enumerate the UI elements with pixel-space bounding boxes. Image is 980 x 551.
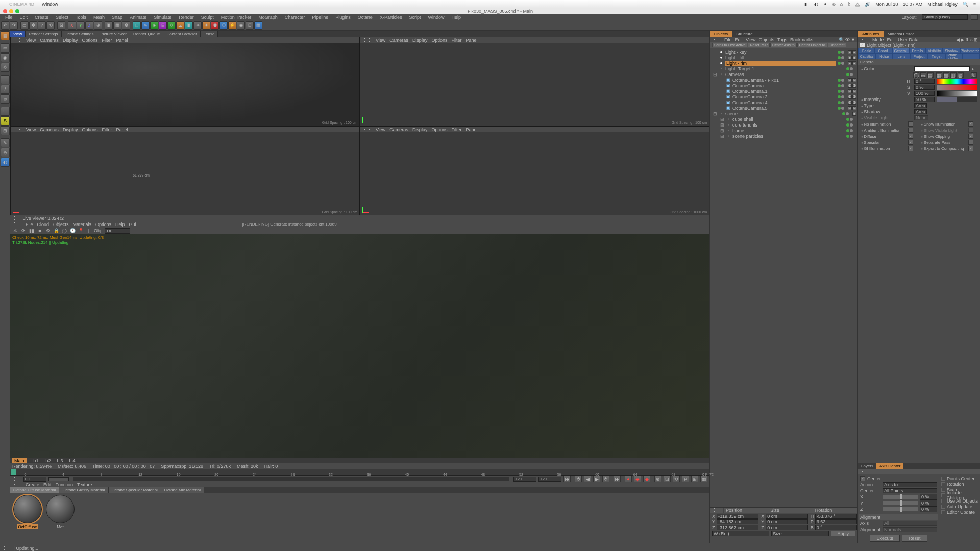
object-tag[interactable]: ⦿ [848,78,852,82]
grip-icon[interactable]: ⋮⋮ [712,37,721,42]
expand-toggle[interactable]: ⊞ [720,117,724,122]
mat-tab[interactable]: Octane Glossy Material [59,487,108,493]
layout-config-button[interactable] [971,14,978,20]
object-mode[interactable]: ◉ [1,53,10,62]
vp-menu-display[interactable]: Display [63,127,78,132]
obj-tool-button[interactable]: Scroll to First Active [712,43,747,47]
gear-icon[interactable]: ✲ [12,228,18,234]
menu-x-particles[interactable]: X-Particles [377,15,405,20]
object-name[interactable]: cube shell [732,117,845,122]
visibility-dot[interactable] [846,67,849,70]
size-input[interactable]: 0 cm [766,519,807,524]
attr-menu-mode[interactable]: Mode [872,37,884,42]
lv-menu-file[interactable]: File [26,222,33,227]
grip-icon[interactable]: ⋮⋮ [12,222,21,227]
menubar-icon[interactable]: ≡ [973,2,976,7]
app-menu[interactable]: CINEMA 4D [9,2,34,7]
picker-button[interactable]: ▩ [943,72,949,78]
visibility-dot[interactable] [850,129,853,132]
visibility-dot[interactable] [841,56,844,59]
select-tool[interactable]: ▭ [20,21,29,30]
value-slider[interactable] [937,97,977,102]
tool-button[interactable]: ⬢ [211,21,219,30]
clock-icon[interactable]: 🕐 [69,228,76,234]
vp-menu-cameras[interactable]: Cameras [389,38,408,43]
tree-item[interactable]: ⊞◦scene particles [711,133,856,139]
grip-icon[interactable]: ⋮⋮ [12,482,21,487]
menu-mograph[interactable]: MoGraph [255,15,281,20]
object-tag[interactable]: ⦿ [852,101,856,105]
mat-menu-texture[interactable]: Texture [77,482,92,487]
mat-menu-edit[interactable]: Edit [43,482,52,487]
visibility-dot[interactable] [841,79,844,82]
checkbox[interactable] [941,477,945,481]
visibility-dot[interactable] [846,135,849,138]
checkbox[interactable] [908,128,913,133]
visibility-dot[interactable] [838,107,841,110]
menu-pipeline[interactable]: Pipeline [309,15,331,20]
axis-slider[interactable] [883,507,918,511]
attr-tab-basic[interactable]: Basic [858,48,875,54]
vp-menu-filter[interactable]: Filter [451,127,461,132]
object-tag[interactable]: ⦿ [848,106,852,110]
grip-icon[interactable]: ⋮⋮ [13,38,22,43]
tree-item[interactable]: ●Light - rim■■ [711,60,856,66]
checkbox[interactable]: ✓ [908,146,913,151]
attr-tab-project[interactable]: Project [910,54,927,59]
render-settings[interactable]: ⚙ [122,21,130,30]
grip-icon[interactable]: ⋮⋮ [860,469,869,474]
tree-item[interactable]: ⊞◦core tendrils [711,122,856,128]
vp-menu-cameras[interactable]: Cameras [40,127,59,132]
expand-toggle[interactable]: ⊞ [720,134,724,139]
menu-plugins[interactable]: Plugins [332,15,354,20]
layer-label-li2[interactable]: Li2 [45,458,51,463]
visibility-dot[interactable] [850,67,853,70]
visibility-dot[interactable] [838,95,841,98]
vp-menu-filter[interactable]: Filter [102,127,112,132]
scale-tool[interactable]: ⤢ [38,21,46,30]
render-region[interactable]: ▦ [113,21,121,30]
spline-primitive[interactable]: ∿ [141,21,150,30]
menu-select[interactable]: Select [53,15,71,20]
object-name[interactable]: Light_Target.1 [725,66,845,71]
tool-button[interactable]: ⬡ [219,21,228,30]
vp-menu-panel[interactable]: Panel [465,127,477,132]
object-name[interactable]: scene particles [732,134,845,139]
object-tag[interactable]: ⦿ [848,95,852,99]
range-start-input[interactable] [23,477,46,482]
picker-button[interactable]: ▦ [936,72,942,78]
object-name[interactable]: frame [732,128,845,133]
tree-item[interactable]: ▣OctaneCamera⦿⦿ [711,83,856,88]
maximize-window[interactable] [15,9,19,13]
visibility-dot[interactable] [838,62,841,65]
obj-menu-tags[interactable]: Tags [777,37,787,42]
field-input[interactable]: Area [914,103,927,108]
tab-tease[interactable]: Tease [201,31,218,37]
tool-button[interactable]: ▦ [254,21,262,30]
attr-tab-noise[interactable]: Noise [875,54,893,59]
workplane[interactable]: ⊞ [1,126,10,135]
tool-button[interactable]: ⊡ [246,21,254,30]
tool-button[interactable]: ✦ [202,21,210,30]
vp-menu-cameras[interactable]: Cameras [389,127,408,132]
mat-tab[interactable]: Octane Diffuse Material [10,487,59,493]
expand-toggle[interactable]: ⊞ [720,128,724,133]
material-item[interactable]: OctDiffuse [12,495,43,541]
vp-menu-display[interactable]: Display [412,127,428,132]
obj-menu-edit[interactable]: Edit [735,37,743,42]
tool-button[interactable]: ✎ [1,138,10,147]
rotation-input[interactable]: 6.62 ° [815,519,857,524]
object-tag[interactable]: ⦿ [848,101,852,105]
menubar-icon[interactable]: ◧ [804,2,809,7]
eye-icon[interactable]: 👁 [845,37,850,42]
tool-button[interactable]: ⊡ [57,21,65,30]
visibility-dot[interactable] [841,101,844,104]
up-icon[interactable]: ⬆ [965,37,969,42]
panel-grip-icon[interactable]: ⋮⋮ [12,216,21,221]
checkbox[interactable] [968,128,973,133]
field-input[interactable]: 50 % [914,97,935,102]
object-name[interactable]: OctaneCamera.5 [732,106,836,111]
object-name[interactable]: Light - key [725,49,836,55]
viewport-right[interactable]: ⋮⋮ViewCamerasDisplayOptionsFilterPanel R… [10,126,360,215]
mat-menu-function[interactable]: Function [56,482,74,487]
